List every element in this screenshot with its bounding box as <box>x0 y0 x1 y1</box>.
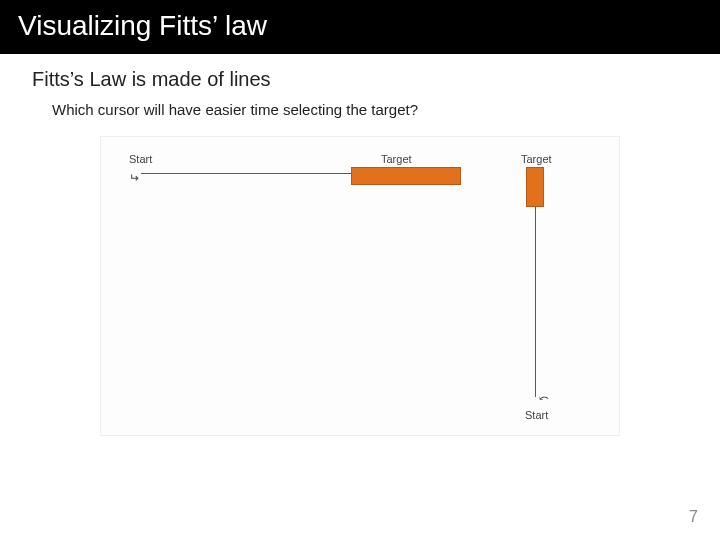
cursor-bottom-icon: ⤺ <box>539 391 549 405</box>
path-vertical <box>535 207 536 397</box>
start-bottom-label: Start <box>525 409 548 421</box>
target-right-box <box>526 167 544 207</box>
target-mid-box <box>351 167 461 185</box>
target-mid-label: Target <box>381 153 412 165</box>
question-text: Which cursor will have easier time selec… <box>52 101 688 118</box>
page-number: 7 <box>689 508 698 526</box>
subtitle-text: Fitts’s Law is made of lines <box>32 68 688 91</box>
cursor-left-icon: ↵ <box>129 171 139 185</box>
path-horizontal <box>141 173 351 174</box>
fitts-diagram: Start ↵ Target Target ⤺ Start <box>100 136 620 436</box>
start-left-label: Start <box>129 153 152 165</box>
slide-title-bar: Visualizing Fitts’ law <box>0 0 720 54</box>
target-right-label: Target <box>521 153 552 165</box>
slide-title: Visualizing Fitts’ law <box>18 10 267 41</box>
slide-content: Fitts’s Law is made of lines Which curso… <box>0 54 720 436</box>
